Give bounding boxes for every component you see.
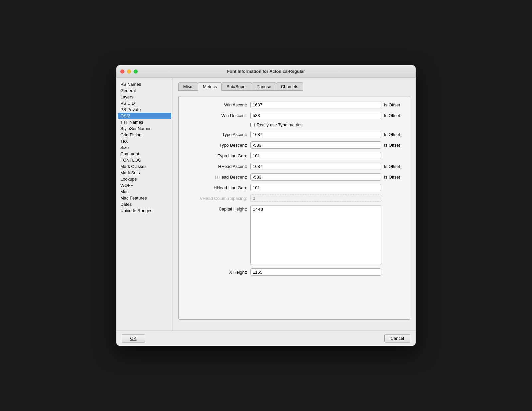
typo-line-gap-row: Typo Line Gap: [184,152,405,159]
x-height-row: X Height: [184,268,405,276]
hhead-line-gap-row: HHead Line Gap: [184,184,405,191]
sidebar-item-size[interactable]: Size [116,144,173,151]
hhead-descent-suffix: Is Offset [381,175,405,180]
vhead-column-spacing-row: VHead Column Spacing: [184,195,405,202]
hhead-descent-input[interactable] [250,173,381,181]
sidebar-item-general[interactable]: General [116,87,173,94]
sidebar-item-comment[interactable]: Comment [116,151,173,157]
cancel-button[interactable]: Cancel [384,334,410,342]
typo-line-gap-input[interactable] [250,152,381,159]
sidebar-item-mark-classes[interactable]: Mark Classes [116,163,173,170]
win-descent-input[interactable] [250,112,381,119]
sidebar-item-layers[interactable]: Layers [116,94,173,100]
win-ascent-label: Win Ascent: [184,102,250,107]
sidebar-item-grid-fitting[interactable]: Grid Fitting [116,132,173,138]
win-ascent-suffix: Is Offset [381,102,405,107]
tab-panose[interactable]: Panose [252,82,276,91]
typo-ascent-input[interactable] [250,131,381,138]
win-descent-label: Win Descent: [184,113,250,118]
hhead-descent-label: HHead Descent: [184,175,250,180]
hhead-ascent-suffix: Is Offset [381,164,405,169]
tab-sub-super[interactable]: Sub/Super [221,82,252,91]
traffic-lights [120,69,138,73]
really-use-typo-label: Really use Typo metrics [257,122,303,127]
close-button[interactable] [120,69,124,73]
typo-ascent-row: Typo Ascent: Is Offset [184,131,405,138]
sidebar-item-ps-uid[interactable]: PS UID [116,100,173,106]
capital-height-row: Capital Height: [184,205,405,265]
sidebar-item-ttf-names[interactable]: TTF Names [116,119,173,125]
sidebar-item-woff[interactable]: WOFF [116,182,173,189]
minimize-button[interactable] [127,69,131,73]
hhead-ascent-label: HHead Ascent: [184,164,250,169]
sidebar-item-mark-sets[interactable]: Mark Sets [116,170,173,176]
maximize-button[interactable] [134,69,138,73]
tab-misc-[interactable]: Misc. [178,82,198,91]
form-area: Win Ascent: Is Offset Win Descent: Is Of… [178,96,410,320]
sidebar-item-unicode-ranges[interactable]: Unicode Ranges [116,207,173,214]
sidebar-item-tex[interactable]: TeX [116,138,173,144]
sidebar-item-ps-names[interactable]: PS Names [116,81,173,87]
window-title: Font Information for Aclonica-Regular [227,69,305,74]
typo-ascent-suffix: Is Offset [381,132,405,137]
sidebar-item-dates[interactable]: Dates [116,201,173,207]
win-ascent-input[interactable] [250,101,381,108]
really-use-typo-checkbox[interactable] [250,123,255,127]
typo-descent-input[interactable] [250,141,381,149]
typo-ascent-label: Typo Ascent: [184,132,250,137]
typo-descent-row: Typo Descent: Is Offset [184,141,405,149]
window-body: PS NamesGeneralLayersPS UIDPS PrivateOS/… [116,78,416,331]
typo-descent-label: Typo Descent: [184,143,250,148]
sidebar-item-mac-features[interactable]: Mac Features [116,195,173,201]
sidebar-item-ps-private[interactable]: PS Private [116,106,173,113]
typo-descent-suffix: Is Offset [381,143,405,148]
x-height-label: X Height: [184,270,250,275]
content-area: Misc.MetricsSub/SuperPanoseCharsets Win … [173,78,416,331]
tab-metrics[interactable]: Metrics [198,82,222,91]
ok-button[interactable]: OK [122,334,145,342]
win-descent-suffix: Is Offset [381,113,405,118]
sidebar-item-lookups[interactable]: Lookups [116,176,173,182]
hhead-ascent-row: HHead Ascent: Is Offset [184,163,405,170]
vhead-column-spacing-label: VHead Column Spacing: [184,196,250,201]
tab-charsets[interactable]: Charsets [276,82,303,91]
capital-height-textarea[interactable] [250,205,381,265]
sidebar-item-fontlog[interactable]: FONTLOG [116,157,173,163]
win-ascent-row: Win Ascent: Is Offset [184,101,405,108]
typo-line-gap-label: Typo Line Gap: [184,153,250,158]
x-height-input[interactable] [250,268,381,276]
sidebar: PS NamesGeneralLayersPS UIDPS PrivateOS/… [116,78,173,331]
sidebar-item-os/2[interactable]: OS/2 [118,113,171,119]
sidebar-item-styleset-names[interactable]: StyleSet Names [116,125,173,132]
sidebar-item-mac[interactable]: Mac [116,189,173,195]
capital-height-label: Capital Height: [184,205,250,211]
hhead-ascent-input[interactable] [250,163,381,170]
win-descent-row: Win Descent: Is Offset [184,112,405,119]
title-bar: Font Information for Aclonica-Regular [116,65,416,78]
vhead-column-spacing-input[interactable] [250,195,381,202]
hhead-line-gap-input[interactable] [250,184,381,191]
tab-bar: Misc.MetricsSub/SuperPanoseCharsets [178,82,410,91]
hhead-line-gap-label: HHead Line Gap: [184,185,250,190]
footer: OK Cancel [116,331,416,346]
main-window: Font Information for Aclonica-Regular PS… [116,65,416,346]
really-use-typo-row: Really use Typo metrics [184,122,405,127]
hhead-descent-row: HHead Descent: Is Offset [184,173,405,181]
